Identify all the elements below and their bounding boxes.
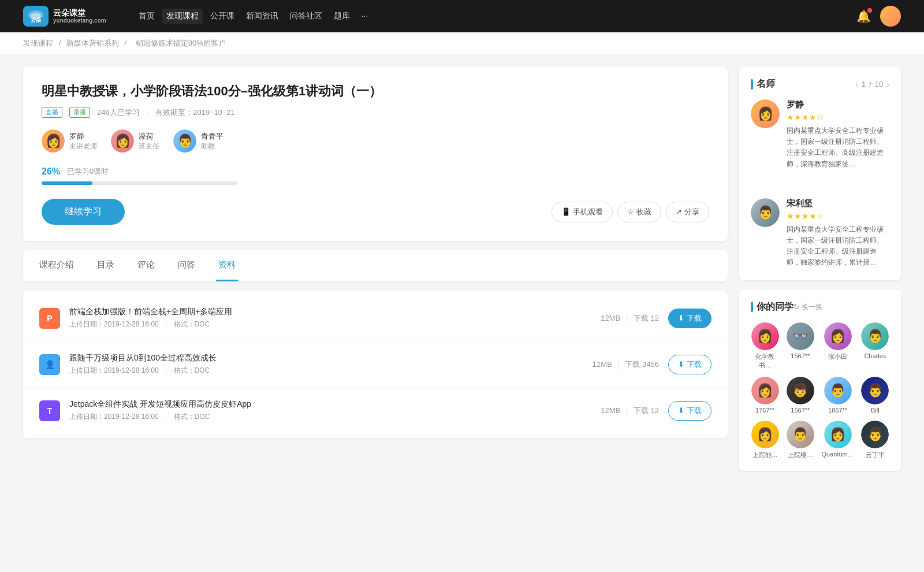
prev-teacher-button[interactable]: ‹ xyxy=(855,80,858,89)
breadcrumb-discover[interactable]: 发现课程 xyxy=(23,39,53,47)
download-icon-2: ⬇ xyxy=(678,360,684,369)
refresh-icon: ↻ xyxy=(793,303,799,311)
sidebar-teacher-2-name: 宋利坚 xyxy=(787,198,889,209)
resource-info-3: Jetpack全组件实战 开发短视频应用高仿皮皮虾App 上传日期：2019-1… xyxy=(69,399,591,422)
user-avatar[interactable] xyxy=(880,6,901,27)
classmate-7-avatar[interactable]: 👨 xyxy=(824,377,852,404)
resource-icon-2: 👤 xyxy=(39,354,60,375)
classmate-10: 👨 上院楼… xyxy=(786,421,814,459)
nav-exam[interactable]: 题库 xyxy=(329,9,355,24)
teacher-2-avatar: 👩 xyxy=(111,129,134,153)
teacher-1-name: 罗静 xyxy=(69,131,97,142)
header-right: 🔔 xyxy=(856,6,901,27)
classmate-2-avatar[interactable]: 👓 xyxy=(787,322,814,350)
secondary-actions: 📱 手机观看 ☆ 收藏 ↗ 分享 xyxy=(552,202,709,222)
download-icon-1: ⬇ xyxy=(678,314,684,322)
teacher-3-avatar: 👨 xyxy=(173,129,196,153)
breadcrumb-series[interactable]: 新媒体营销系列 xyxy=(66,39,119,47)
classmate-3-name: 张小田 xyxy=(828,352,847,361)
mobile-view-button[interactable]: 📱 手机观看 xyxy=(552,202,613,222)
resource-list: P 前端全栈加强版！前端全栈+全周期+多端应用 上传日期：2019-12-28 … xyxy=(23,291,728,438)
students-count: 246人已学习 xyxy=(97,107,140,118)
collect-button[interactable]: ☆ 收藏 xyxy=(617,202,661,222)
nav-home[interactable]: 首页 xyxy=(134,9,159,24)
sidebar-teacher-1: 👩 罗静 ★★★★☆ 国内某重点大学安全工程专业硕士，国家一级注册消防工程师、注… xyxy=(751,99,889,170)
teacher-1: 👩 罗静 主讲老师 xyxy=(42,129,97,153)
sidebar-teacher-2: 👨 宋利坚 ★★★★☆ 国内某重点大学安全工程专业硕士，国家一级注册消防工程师、… xyxy=(751,198,889,269)
tab-qa[interactable]: 问答 xyxy=(176,250,198,281)
classmate-12-avatar[interactable]: 👨 xyxy=(861,421,889,448)
tab-catalog[interactable]: 目录 xyxy=(95,250,117,281)
breadcrumb: 发现课程 / 新媒体营销系列 / 销冠修炼术搞定80%的客户 xyxy=(0,32,924,55)
classmate-8-avatar[interactable]: 👨 xyxy=(861,377,889,404)
nav-qa[interactable]: 问答社区 xyxy=(285,9,327,24)
classmate-1-name: 化学教书… xyxy=(751,352,779,370)
classmate-7: 👨 1867** xyxy=(822,377,854,414)
classmate-10-avatar[interactable]: 👨 xyxy=(787,421,814,448)
teacher-1-info: 罗静 主讲老师 xyxy=(69,131,97,151)
star-icon: ☆ xyxy=(627,207,634,216)
classmate-2-name: 1567** xyxy=(791,352,810,359)
classmate-3-avatar[interactable]: 👩 xyxy=(824,322,852,350)
classmate-11-avatar[interactable]: 👩 xyxy=(824,421,852,448)
teacher-3-role: 助教 xyxy=(201,142,223,151)
course-title: 明星中教授课，小学阶段语法100分–强化级第1讲动词（一） xyxy=(42,83,709,100)
sidebar-teacher-2-desc: 国内某重点大学安全工程专业硕士，国家一级注册消防工程师、注册安全工程师、级注册建… xyxy=(787,224,889,269)
meta-dot: · xyxy=(147,108,149,117)
teachers-list: 👩 罗静 主讲老师 👩 凌荷 班主任 xyxy=(42,129,709,153)
nav-discover[interactable]: 发现课程 xyxy=(162,9,203,24)
resource-meta-3: 上传日期：2019-12-28 16:00 | 格式：DOC xyxy=(69,412,591,422)
resource-meta-1: 上传日期：2019-12-28 16:00 | 格式：DOC xyxy=(69,320,591,329)
course-meta: 直播 录播 246人已学习 · 有效期至：2019–10–21 xyxy=(42,107,709,118)
download-button-2[interactable]: ⬇ 下载 xyxy=(668,355,711,374)
tab-intro[interactable]: 课程介绍 xyxy=(37,250,76,281)
resource-title-1: 前端全栈加强版！前端全栈+全周期+多端应用 xyxy=(69,307,591,317)
classmate-9-avatar[interactable]: 👩 xyxy=(751,421,779,448)
classmate-1-avatar[interactable]: 👩 xyxy=(751,322,779,350)
classmate-4: 👨 Charles xyxy=(861,322,889,370)
tab-comments[interactable]: 评论 xyxy=(135,250,157,281)
resource-item-2: 👤 跟随千万级项目从0到100全过程高效成长 上传日期：2019-12-28 1… xyxy=(23,341,728,388)
course-card: 明星中教授课，小学阶段语法100分–强化级第1讲动词（一） 直播 录播 246人… xyxy=(23,66,728,241)
svg-text:云朵: 云朵 xyxy=(31,17,42,23)
teacher-1-avatar: 👩 xyxy=(42,129,65,153)
share-button[interactable]: ↗ 分享 xyxy=(666,202,709,222)
teachers-sidebar-header: 名师 ‹ 1 / 10 › xyxy=(751,78,889,90)
tab-resources[interactable]: 资料 xyxy=(216,250,238,281)
nav-news[interactable]: 新闻资讯 xyxy=(241,9,283,24)
continue-learning-button[interactable]: 继续学习 xyxy=(42,199,125,225)
nav-more[interactable]: ··· xyxy=(357,9,373,24)
sidebar-teacher-1-name: 罗静 xyxy=(787,99,889,110)
sidebar-teacher-2-avatar: 👨 xyxy=(751,198,780,227)
logo[interactable]: 云朵 云朵课堂 yunduoketang.com xyxy=(23,6,106,27)
classmate-4-avatar[interactable]: 👨 xyxy=(861,322,889,350)
resource-icon-3: T xyxy=(39,400,60,421)
classmate-5-avatar[interactable]: 👩 xyxy=(751,377,779,404)
logo-icon: 云朵 xyxy=(23,6,49,27)
resource-item: P 前端全栈加强版！前端全栈+全周期+多端应用 上传日期：2019-12-28 … xyxy=(23,295,728,341)
bell-icon[interactable]: 🔔 xyxy=(856,9,871,23)
classmate-6-avatar[interactable]: 👦 xyxy=(787,377,814,404)
nav-open[interactable]: 公开课 xyxy=(206,9,239,24)
classmate-11: 👩 Quantum… xyxy=(822,421,854,459)
badge-live: 直播 xyxy=(42,107,62,118)
sidebar-teacher-1-stars: ★★★★☆ xyxy=(787,113,889,122)
download-button-1[interactable]: ⬇ 下载 xyxy=(668,309,711,328)
share-icon: ↗ xyxy=(676,207,682,216)
refresh-classmates-button[interactable]: ↻ 换一换 xyxy=(793,302,822,312)
download-button-3[interactable]: ⬇ 下载 xyxy=(668,401,711,421)
classmate-11-name: Quantum… xyxy=(822,451,854,458)
teachers-sidebar-title: 名师 xyxy=(751,78,775,90)
teachers-sidebar-card: 名师 ‹ 1 / 10 › 👩 罗静 ★★★★☆ xyxy=(739,66,901,280)
content-area: 明星中教授课，小学阶段语法100分–强化级第1讲动词（一） 直播 录播 246人… xyxy=(23,66,728,480)
sidebar-teachers-list: 👩 罗静 ★★★★☆ 国内某重点大学安全工程专业硕士，国家一级注册消防工程师、注… xyxy=(751,99,889,269)
main-layout: 明星中教授课，小学阶段语法100分–强化级第1讲动词（一） 直播 录播 246人… xyxy=(0,55,924,492)
sidebar-teacher-1-avatar: 👩 xyxy=(751,99,780,128)
resource-icon-1: P xyxy=(39,308,60,329)
classmates-sidebar-card: 你的同学 ↻ 换一换 👩 化学教书… 👓 xyxy=(739,289,901,471)
actions: 继续学习 📱 手机观看 ☆ 收藏 ↗ 分享 xyxy=(42,199,709,225)
breadcrumb-current: 销冠修炼术搞定80%的客户 xyxy=(136,39,226,47)
next-teacher-button[interactable]: › xyxy=(886,80,889,89)
resource-title-2: 跟随千万级项目从0到100全过程高效成长 xyxy=(69,353,583,363)
classmate-7-name: 1867** xyxy=(828,407,847,414)
